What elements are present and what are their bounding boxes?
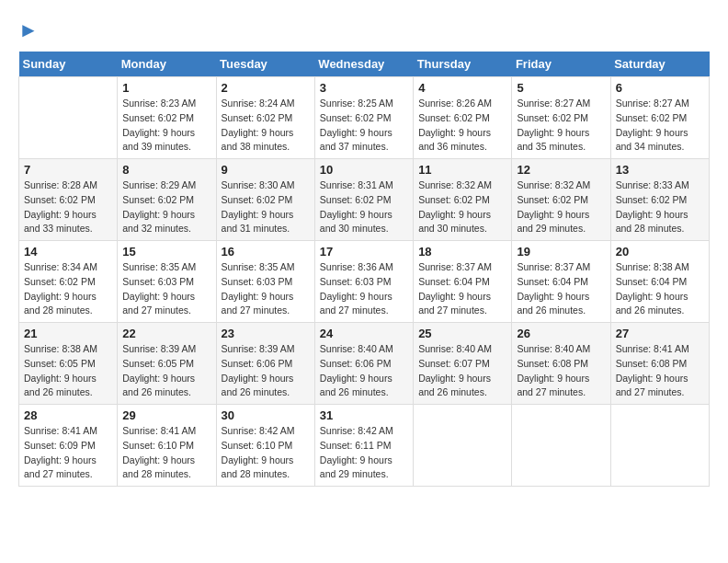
day-number: 27 — [616, 327, 704, 340]
day-info: Sunrise: 8:41 AM Sunset: 6:10 PM Dayligh… — [122, 424, 210, 482]
day-info: Sunrise: 8:27 AM Sunset: 6:02 PM Dayligh… — [517, 97, 605, 155]
day-info: Sunrise: 8:32 AM Sunset: 6:02 PM Dayligh… — [418, 178, 506, 236]
day-number: 25 — [418, 327, 506, 340]
calendar-week-2: 7Sunrise: 8:28 AM Sunset: 6:02 PM Daylig… — [19, 159, 710, 241]
day-info: Sunrise: 8:41 AM Sunset: 6:09 PM Dayligh… — [24, 424, 112, 482]
calendar-cell: 31Sunrise: 8:42 AM Sunset: 6:11 PM Dayli… — [314, 405, 413, 487]
page-header: ► — [18, 18, 710, 42]
calendar-cell: 13Sunrise: 8:33 AM Sunset: 6:02 PM Dayli… — [610, 159, 709, 241]
day-number: 17 — [320, 245, 408, 259]
day-info: Sunrise: 8:29 AM Sunset: 6:02 PM Dayligh… — [122, 178, 210, 236]
calendar-cell: 5Sunrise: 8:27 AM Sunset: 6:02 PM Daylig… — [512, 77, 610, 159]
day-info: Sunrise: 8:35 AM Sunset: 6:03 PM Dayligh… — [222, 260, 310, 318]
calendar-cell: 3Sunrise: 8:25 AM Sunset: 6:02 PM Daylig… — [314, 77, 413, 159]
header-cell-thursday: Thursday — [414, 52, 512, 77]
day-info: Sunrise: 8:23 AM Sunset: 6:02 PM Dayligh… — [122, 97, 210, 155]
day-number: 26 — [517, 327, 605, 340]
calendar-cell: 21Sunrise: 8:38 AM Sunset: 6:05 PM Dayli… — [19, 323, 118, 405]
day-info: Sunrise: 8:39 AM Sunset: 6:05 PM Dayligh… — [122, 342, 210, 400]
calendar-cell: 19Sunrise: 8:37 AM Sunset: 6:04 PM Dayli… — [512, 241, 610, 323]
day-info: Sunrise: 8:27 AM Sunset: 6:02 PM Dayligh… — [616, 97, 704, 155]
day-number: 1 — [122, 81, 210, 95]
day-number: 10 — [320, 163, 408, 177]
day-info: Sunrise: 8:30 AM Sunset: 6:02 PM Dayligh… — [222, 178, 310, 236]
day-info: Sunrise: 8:25 AM Sunset: 6:02 PM Dayligh… — [320, 97, 408, 155]
calendar-week-1: 1Sunrise: 8:23 AM Sunset: 6:02 PM Daylig… — [19, 77, 710, 159]
day-number: 30 — [222, 408, 310, 422]
header-cell-friday: Friday — [512, 52, 610, 77]
day-number: 20 — [616, 245, 704, 259]
calendar-cell: 29Sunrise: 8:41 AM Sunset: 6:10 PM Dayli… — [118, 405, 216, 487]
day-number: 12 — [517, 163, 605, 177]
day-number: 18 — [418, 245, 506, 259]
day-info: Sunrise: 8:36 AM Sunset: 6:03 PM Dayligh… — [320, 260, 408, 318]
day-info: Sunrise: 8:41 AM Sunset: 6:08 PM Dayligh… — [616, 342, 704, 400]
calendar-cell: 4Sunrise: 8:26 AM Sunset: 6:02 PM Daylig… — [414, 77, 512, 159]
calendar-cell — [414, 405, 512, 487]
calendar-cell: 9Sunrise: 8:30 AM Sunset: 6:02 PM Daylig… — [216, 159, 314, 241]
calendar-cell: 12Sunrise: 8:32 AM Sunset: 6:02 PM Dayli… — [512, 159, 610, 241]
day-info: Sunrise: 8:33 AM Sunset: 6:02 PM Dayligh… — [616, 178, 704, 236]
day-number: 28 — [24, 408, 112, 422]
calendar-cell: 2Sunrise: 8:24 AM Sunset: 6:02 PM Daylig… — [216, 77, 314, 159]
calendar-cell: 15Sunrise: 8:35 AM Sunset: 6:03 PM Dayli… — [118, 241, 216, 323]
day-number: 5 — [517, 81, 605, 95]
calendar-cell: 14Sunrise: 8:34 AM Sunset: 6:02 PM Dayli… — [19, 241, 118, 323]
day-info: Sunrise: 8:32 AM Sunset: 6:02 PM Dayligh… — [517, 178, 605, 236]
calendar-week-5: 28Sunrise: 8:41 AM Sunset: 6:09 PM Dayli… — [19, 405, 710, 487]
day-number: 11 — [418, 163, 506, 177]
day-number: 24 — [320, 327, 408, 340]
calendar-cell: 10Sunrise: 8:31 AM Sunset: 6:02 PM Dayli… — [314, 159, 413, 241]
calendar-cell: 18Sunrise: 8:37 AM Sunset: 6:04 PM Dayli… — [414, 241, 512, 323]
calendar-cell — [512, 405, 610, 487]
day-info: Sunrise: 8:42 AM Sunset: 6:11 PM Dayligh… — [320, 424, 408, 482]
header-cell-tuesday: Tuesday — [216, 52, 314, 77]
logo: ► — [18, 18, 39, 42]
header-cell-sunday: Sunday — [19, 52, 118, 77]
day-info: Sunrise: 8:24 AM Sunset: 6:02 PM Dayligh… — [222, 97, 310, 155]
day-info: Sunrise: 8:34 AM Sunset: 6:02 PM Dayligh… — [24, 260, 112, 318]
day-number: 23 — [222, 327, 310, 340]
day-number: 22 — [122, 327, 210, 340]
day-number: 19 — [517, 245, 605, 259]
day-number: 21 — [24, 327, 112, 340]
calendar-cell: 17Sunrise: 8:36 AM Sunset: 6:03 PM Dayli… — [314, 241, 413, 323]
day-number: 31 — [320, 408, 408, 422]
day-info: Sunrise: 8:39 AM Sunset: 6:06 PM Dayligh… — [222, 342, 310, 400]
day-number: 13 — [616, 163, 704, 177]
day-number: 14 — [24, 245, 112, 259]
day-number: 7 — [24, 163, 112, 177]
day-number: 3 — [320, 81, 408, 95]
calendar-body: 1Sunrise: 8:23 AM Sunset: 6:02 PM Daylig… — [19, 77, 710, 487]
day-info: Sunrise: 8:37 AM Sunset: 6:04 PM Dayligh… — [418, 260, 506, 318]
day-number: 8 — [122, 163, 210, 177]
calendar-cell: 20Sunrise: 8:38 AM Sunset: 6:04 PM Dayli… — [610, 241, 709, 323]
calendar-cell — [19, 77, 118, 159]
calendar-cell — [610, 405, 709, 487]
day-info: Sunrise: 8:40 AM Sunset: 6:08 PM Dayligh… — [517, 342, 605, 400]
day-number: 2 — [222, 81, 310, 95]
calendar-cell: 11Sunrise: 8:32 AM Sunset: 6:02 PM Dayli… — [414, 159, 512, 241]
calendar-cell: 7Sunrise: 8:28 AM Sunset: 6:02 PM Daylig… — [19, 159, 118, 241]
calendar-cell: 30Sunrise: 8:42 AM Sunset: 6:10 PM Dayli… — [216, 405, 314, 487]
day-number: 6 — [616, 81, 704, 95]
day-info: Sunrise: 8:35 AM Sunset: 6:03 PM Dayligh… — [122, 260, 210, 318]
calendar-cell: 24Sunrise: 8:40 AM Sunset: 6:06 PM Dayli… — [314, 323, 413, 405]
calendar-cell: 1Sunrise: 8:23 AM Sunset: 6:02 PM Daylig… — [118, 77, 216, 159]
calendar-cell: 16Sunrise: 8:35 AM Sunset: 6:03 PM Dayli… — [216, 241, 314, 323]
day-info: Sunrise: 8:31 AM Sunset: 6:02 PM Dayligh… — [320, 178, 408, 236]
calendar-week-3: 14Sunrise: 8:34 AM Sunset: 6:02 PM Dayli… — [19, 241, 710, 323]
calendar-cell: 28Sunrise: 8:41 AM Sunset: 6:09 PM Dayli… — [19, 405, 118, 487]
day-info: Sunrise: 8:38 AM Sunset: 6:05 PM Dayligh… — [24, 342, 112, 400]
day-info: Sunrise: 8:42 AM Sunset: 6:10 PM Dayligh… — [222, 424, 310, 482]
day-number: 29 — [122, 408, 210, 422]
day-info: Sunrise: 8:40 AM Sunset: 6:07 PM Dayligh… — [418, 342, 506, 400]
day-number: 16 — [222, 245, 310, 259]
header-cell-saturday: Saturday — [610, 52, 709, 77]
calendar-table: SundayMondayTuesdayWednesdayThursdayFrid… — [18, 52, 710, 487]
calendar-week-4: 21Sunrise: 8:38 AM Sunset: 6:05 PM Dayli… — [19, 323, 710, 405]
day-number: 9 — [222, 163, 310, 177]
day-number: 4 — [418, 81, 506, 95]
day-number: 15 — [122, 245, 210, 259]
day-info: Sunrise: 8:40 AM Sunset: 6:06 PM Dayligh… — [320, 342, 408, 400]
